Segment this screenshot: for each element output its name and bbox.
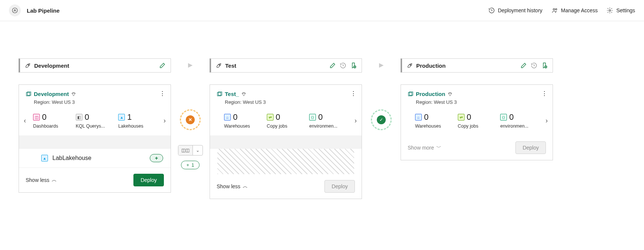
counts-row-test: ⌂0 Warehouses ⇄0 Copy jobs ⟨⟩0 environme… bbox=[210, 108, 362, 135]
svg-point-3 bbox=[609, 10, 611, 12]
workspace-name: Test_ bbox=[225, 91, 239, 97]
show-less-button[interactable]: Show less ︿ bbox=[217, 183, 248, 190]
stage-production: Production Production Region: West US 3 … bbox=[401, 58, 553, 160]
diff-plus-pill[interactable]: + 1 bbox=[181, 161, 200, 169]
stage-header-test: Test bbox=[210, 58, 362, 73]
status-x-icon: ✕ bbox=[186, 115, 195, 124]
warehouse-icon: ⌂ bbox=[415, 114, 422, 121]
stage-header-title-dev: Development bbox=[25, 62, 69, 69]
diamond-icon bbox=[447, 92, 453, 97]
region-label: Region: West US 3 bbox=[416, 99, 546, 105]
deployment-history-label: Deployment history bbox=[498, 7, 543, 13]
flow-arrow-icon: ▶ bbox=[188, 61, 192, 68]
compare-icon: ◫◫ bbox=[178, 145, 193, 155]
item-lablakehouse[interactable]: ▲ LabLakehouse + bbox=[19, 149, 171, 168]
warehouse-icon: ⌂ bbox=[224, 114, 231, 121]
count-warehouses[interactable]: ⌂0 Warehouses bbox=[413, 112, 456, 129]
counts-next-button[interactable]: › bbox=[159, 117, 171, 125]
edit-stage-button[interactable] bbox=[329, 62, 336, 69]
dashboard-icon: ◫ bbox=[33, 114, 40, 121]
sync-status-warn[interactable]: ✕ bbox=[180, 109, 201, 130]
environment-icon: ⟨⟩ bbox=[500, 114, 507, 121]
items-section-header bbox=[19, 135, 171, 149]
workspace-title-prod[interactable]: Production bbox=[408, 91, 546, 97]
connector-dev-test: ▶ ✕ ◫◫ ⌄ + 1 bbox=[171, 58, 210, 169]
items-section-header bbox=[210, 135, 362, 149]
flow-arrow-icon: ▶ bbox=[379, 61, 384, 68]
header-right: Deployment history Manage Access Setting… bbox=[488, 7, 635, 14]
workspace-icon bbox=[408, 91, 414, 97]
svg-point-4 bbox=[28, 64, 29, 65]
stage-header-title-test: Test bbox=[216, 62, 236, 69]
count-lakehouses[interactable]: ▲1 Lakehouses bbox=[116, 112, 159, 129]
status-check-icon: ✓ bbox=[377, 115, 386, 124]
stage-header-label: Production bbox=[416, 62, 446, 69]
counts-next-button[interactable]: › bbox=[350, 117, 362, 125]
rules-icon[interactable] bbox=[350, 62, 357, 69]
counts-row-prod: ⌂0 Warehouses ⇄0 Copy jobs ⟨⟩0 environme… bbox=[401, 108, 553, 135]
stage-development: Development Development Re bbox=[19, 58, 171, 193]
stage-header-label: Test bbox=[225, 62, 236, 69]
settings-button[interactable]: Settings bbox=[606, 7, 635, 14]
deployment-history-button[interactable]: Deployment history bbox=[488, 7, 543, 14]
chevron-up-icon: ︿ bbox=[52, 177, 57, 183]
show-more-button[interactable]: Show more ﹀ bbox=[408, 144, 441, 151]
count-environments[interactable]: ⟨⟩0 environmen... bbox=[498, 112, 541, 129]
svg-point-1 bbox=[553, 9, 555, 10]
manage-access-button[interactable]: Manage Access bbox=[551, 7, 598, 14]
sync-status-ok[interactable]: ✓ bbox=[371, 109, 392, 130]
count-copy-jobs[interactable]: ⇄0 Copy jobs bbox=[265, 112, 307, 129]
counts-prev-button[interactable]: ‹ bbox=[19, 117, 31, 125]
chevron-up-icon: ︿ bbox=[243, 183, 248, 190]
svg-point-2 bbox=[555, 9, 557, 10]
stage-test: Test Test_ Region: West US 3 ⋮ bbox=[210, 58, 362, 199]
edit-stage-button[interactable] bbox=[159, 62, 166, 69]
workspace-icon bbox=[26, 91, 32, 97]
compare-button[interactable]: ◫◫ ⌄ bbox=[178, 145, 203, 156]
history-icon[interactable] bbox=[530, 62, 538, 69]
stages-container: Development Development Re bbox=[0, 21, 644, 236]
more-menu-button[interactable]: ⋮ bbox=[541, 91, 547, 97]
header-left: Lab Pipeline bbox=[9, 4, 59, 16]
lakehouse-icon: ▲ bbox=[118, 114, 125, 121]
diamond-icon bbox=[71, 92, 76, 97]
diamond-icon bbox=[241, 92, 246, 97]
people-icon bbox=[551, 7, 558, 14]
page-header: Lab Pipeline Deployment history Manage A… bbox=[0, 0, 644, 21]
edit-stage-button[interactable] bbox=[520, 62, 527, 69]
stage-card-test: Test_ Region: West US 3 ⋮ ⌂0 Warehouses … bbox=[210, 84, 362, 199]
pipeline-icon bbox=[9, 4, 21, 16]
stage-header-label: Development bbox=[34, 62, 69, 69]
count-copy-jobs[interactable]: ⇄0 Copy jobs bbox=[456, 112, 498, 129]
stage-card-dev: Development Region: West US 3 ⋮ ‹ ◫0 Das… bbox=[19, 84, 171, 193]
rocket-icon bbox=[216, 62, 222, 69]
count-kql-querysets[interactable]: ◧0 KQL Querys... bbox=[74, 112, 116, 129]
deploy-button-dev[interactable]: Deploy bbox=[133, 174, 164, 186]
history-icon[interactable] bbox=[339, 62, 347, 69]
more-menu-button[interactable]: ⋮ bbox=[350, 91, 356, 97]
gear-icon bbox=[606, 7, 613, 14]
stage-header-title-prod: Production bbox=[407, 62, 446, 69]
region-label: Region: West US 3 bbox=[225, 99, 355, 105]
count-warehouses[interactable]: ⌂0 Warehouses bbox=[222, 112, 265, 129]
chevron-down-icon: ﹀ bbox=[436, 144, 441, 151]
chevron-down-icon: ⌄ bbox=[193, 145, 203, 155]
show-less-button[interactable]: Show less ︿ bbox=[26, 177, 57, 183]
rules-icon[interactable] bbox=[541, 62, 548, 69]
counts-row-dev: ‹ ◫0 Dashboards ◧0 KQL Querys... ▲1 Lake… bbox=[19, 108, 171, 135]
stage-card-prod: Production Region: West US 3 ⋮ ⌂0 Wareho… bbox=[401, 84, 553, 160]
add-item-button[interactable]: + bbox=[150, 154, 163, 162]
plus-icon: + bbox=[187, 162, 190, 168]
counts-next-button[interactable]: › bbox=[541, 117, 553, 125]
count-dashboards[interactable]: ◫0 Dashboards bbox=[31, 112, 74, 129]
copy-job-icon: ⇄ bbox=[458, 114, 465, 121]
workspace-icon bbox=[217, 91, 223, 97]
copy-job-icon: ⇄ bbox=[267, 114, 274, 121]
workspace-title-dev[interactable]: Development bbox=[26, 91, 164, 97]
region-label: Region: West US 3 bbox=[34, 99, 164, 105]
workspace-title-test[interactable]: Test_ bbox=[217, 91, 355, 97]
count-environments[interactable]: ⟨⟩0 environmen... bbox=[307, 112, 350, 129]
more-menu-button[interactable]: ⋮ bbox=[159, 91, 165, 97]
lakehouse-icon: ▲ bbox=[41, 155, 48, 161]
kql-icon: ◧ bbox=[76, 114, 82, 121]
